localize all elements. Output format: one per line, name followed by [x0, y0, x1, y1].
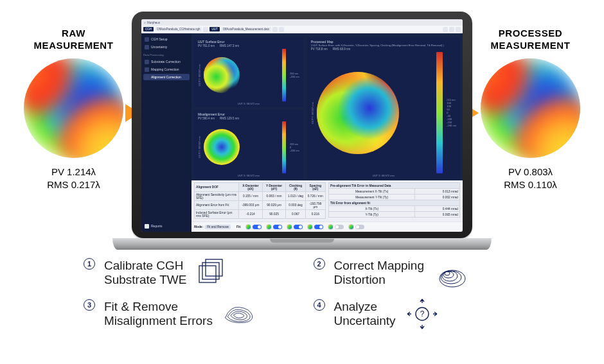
processed-pv: PV 0.803λ [474, 166, 587, 178]
sidetable-cell: Measurement Y-Tilt (Ty) [329, 195, 415, 200]
contour-rings-icon [433, 257, 468, 289]
laptop-mockup: Morpheus CGH OffAxisParabola_CGHretrace.… [132, 12, 472, 250]
sidetable-cell: Y-Tilt (Ty) [329, 212, 415, 218]
pv-value: PV 590.4 nm [198, 117, 215, 120]
table-cell: 0.155 / mm [239, 192, 263, 201]
raw-measurement-stats: PV 1.214λ RMS 0.217λ [17, 166, 130, 192]
sidebar-item-label: Alignment Correction [151, 75, 181, 79]
callout-number-3: 3 [84, 299, 95, 311]
callout-fit-remove: 3 Fit & Remove Misalignment Errors [84, 298, 301, 330]
app-screen: Morpheus CGH OffAxisParabola_CGHretrace.… [141, 19, 463, 232]
sidetable-cell: 0.013 mrad [415, 189, 460, 195]
sidetable-cell: Measurement X-Tilt (Tx) [329, 189, 415, 195]
table-header: Y-Decenter (dY) [262, 183, 286, 192]
svg-rect-1 [202, 263, 219, 279]
more-icon[interactable] [456, 27, 461, 32]
sidetable-cell: 0.444 mrad [415, 206, 460, 212]
sidetable-cell: 0.002 mrad [415, 195, 460, 200]
sidebar-item-substrate[interactable]: Substrate Correction [143, 58, 190, 65]
x-axis-label: UUT X: 98.972 mm [198, 174, 299, 177]
sidebar-item-alignment[interactable]: Alignment Correction [143, 74, 190, 80]
callout-text: Analyze Uncertainty [334, 300, 396, 329]
alignment-table: Alignment DOF X-Decenter (dX) Y-Decenter… [194, 182, 326, 219]
sidebar-item-cgh-setup[interactable]: CGH Setup [143, 36, 190, 42]
rms-value: RMS 68.9 nm [333, 48, 351, 51]
callout-calibrate: 1 Calibrate CGH Substrate TWE [84, 257, 301, 289]
colorbar [282, 121, 286, 174]
table-cell: 0.216 [305, 210, 325, 219]
help-icon[interactable] [443, 27, 448, 32]
fit-toggle-tilty[interactable] [348, 224, 364, 230]
raw-rms: RMS 0.217λ [17, 178, 130, 191]
sidebar-item-uncertainty[interactable]: Uncertainty [143, 44, 190, 50]
sidebar-item-label: Reports [151, 224, 163, 228]
browse-icon[interactable] [272, 27, 278, 32]
processed-measurement-block: PROCESSED MEASUREMENT PV 0.803λ RMS 0.11… [474, 28, 587, 191]
wavy-contour-icon [222, 298, 257, 330]
panel-title: Misalignment Error [198, 112, 299, 116]
row-label: Alignment Sensitivity (µm rms SFE): [195, 192, 239, 201]
colorbar-tick: -200 nm [290, 149, 299, 152]
sidetable-cell: 0.065 mrad [415, 212, 460, 218]
table-cell: 0.726 / mm [305, 192, 325, 201]
sidetable-header: Pre-alignment Tilt Error in Measured Dat… [329, 183, 460, 189]
sidebar: CGH Setup Uncertainty Data Processing Su… [141, 33, 191, 232]
sidetable-cell: X-Tilt (Tx) [329, 206, 415, 212]
processed-measurement-stats: PV 0.803λ RMS 0.110λ [474, 166, 587, 192]
sidetable-header: Tilt Error from alignment fit [329, 200, 460, 206]
table-header: Spacing (dZ) [305, 183, 325, 192]
raw-pv: PV 1.214λ [17, 166, 130, 178]
table-row: Alignment Error from Fit: -399.003 µm 90… [195, 201, 326, 210]
row-label: Induced Surface Error (µm rms SFE): [195, 210, 239, 219]
sidebar-section-label: Data Processing [143, 53, 190, 56]
tilt-error-table: Pre-alignment Tilt Error in Measured Dat… [328, 182, 460, 219]
fit-toggle-tiltx[interactable] [328, 224, 344, 230]
path-cgh[interactable]: OffAxisParabola_CGHretrace.cgh [155, 27, 202, 31]
window-titlebar: Morpheus [141, 19, 463, 26]
sidebar-item-label: CGH Setup [151, 37, 168, 41]
svg-point-7 [445, 272, 450, 275]
colorbar [282, 49, 286, 101]
y-axis-label: UUT Y: 98.597 mm [311, 102, 314, 124]
stacked-squares-icon [195, 257, 231, 289]
table-cell: 90.025 [262, 210, 286, 219]
svg-rect-2 [199, 266, 216, 282]
y-axis-label: UUT Y: 98.597 mm [198, 64, 201, 86]
table-cell: 0.067 [286, 210, 305, 219]
callout-number-1: 1 [84, 258, 95, 270]
table-cell: 1.013 / deg [286, 192, 305, 201]
panel-subtitle: | UUT Surface Error, with X-Decenter, Y-… [311, 44, 456, 47]
table-header: Clocking (θ) [286, 183, 305, 192]
callout-number-2: 2 [314, 258, 325, 270]
svg-text:?: ? [420, 309, 424, 318]
browse-icon[interactable] [203, 27, 208, 32]
mode-select[interactable]: Fit and Remove [205, 225, 231, 229]
path-uut[interactable]: OffAxisParabola_Measurement.datx [221, 27, 271, 31]
settings-icon[interactable] [449, 27, 454, 32]
save-icon[interactable] [279, 27, 284, 32]
window-title: Morpheus [147, 21, 160, 24]
table-cell: 0.083 / mm [262, 192, 286, 201]
sidebar-item-reports[interactable]: Reports [143, 223, 190, 229]
processed-measurement-title: PROCESSED MEASUREMENT [474, 28, 587, 52]
colorbar-tick: -200 nm [290, 75, 299, 78]
callout-mapping: 2 Correct Mapping Distortion [314, 257, 531, 289]
callout-text: Calibrate CGH Substrate TWE [104, 259, 186, 288]
table-cell: -0.214 [239, 210, 263, 219]
fit-toggle-dy[interactable] [266, 224, 282, 230]
feature-callouts: 1 Calibrate CGH Substrate TWE 2 Correct … [84, 257, 530, 330]
panel-uut-surface-error: UUT Surface Error PV 701.0 nmRMS 147.3 n… [194, 37, 303, 107]
panel-processed-map: Processed Map | UUT Surface Error, with … [307, 37, 460, 179]
processed-measurement-map [481, 58, 580, 158]
fit-toggle-dx[interactable] [245, 224, 262, 230]
sidebar-item-mapping[interactable]: Mapping Correction [143, 66, 190, 73]
sidebar-item-label: Substrate Correction [151, 60, 181, 64]
laptop-base [112, 238, 492, 250]
alignment-tables-area: Alignment DOF X-Decenter (dX) Y-Decenter… [191, 180, 463, 221]
callout-number-4: 4 [314, 299, 325, 311]
callout-uncertainty: 4 Analyze Uncertainty ? [314, 298, 531, 330]
fit-toggle-dz[interactable] [307, 224, 323, 230]
x-axis-label: UUT X: 98.972 mm [311, 174, 456, 177]
fit-toggle-clocking[interactable] [287, 224, 303, 230]
panel-title: UUT Surface Error [198, 40, 299, 44]
